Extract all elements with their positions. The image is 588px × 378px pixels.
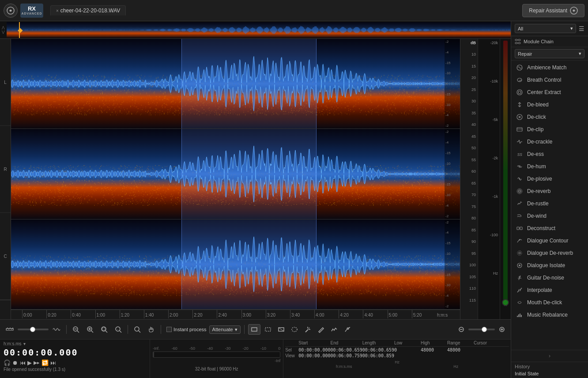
freq-mark-20k: -20k xyxy=(490,41,498,79)
vertical-zoom-slider[interactable] xyxy=(468,329,495,330)
svg-line-17 xyxy=(139,331,140,333)
time-selection-button[interactable] xyxy=(248,324,260,335)
collapse-down-icon[interactable]: ⋁ xyxy=(2,30,5,34)
loop-button[interactable]: 🔁 xyxy=(41,359,49,366)
waves-icon[interactable] xyxy=(50,324,63,335)
zoom-in-button[interactable] xyxy=(84,325,96,334)
sel-start-value: 00:00:00.000 xyxy=(298,348,330,352)
magic-wand-button[interactable] xyxy=(302,325,313,334)
module-item-de-rustle[interactable]: De-rustle xyxy=(511,197,588,210)
record-button[interactable]: ⏺ xyxy=(12,359,18,366)
db-mark-90: 90 xyxy=(460,239,478,251)
ambience-match-label: Ambience Match xyxy=(527,64,566,71)
module-item-de-ess[interactable]: ss De-ess xyxy=(511,148,588,160)
center-extract-label: Center Extract xyxy=(527,89,561,95)
module-item-center-extract[interactable]: Center Extract xyxy=(511,86,588,98)
timefreq-selection-button[interactable] xyxy=(275,325,287,334)
module-item-de-plosive[interactable]: De-plosive xyxy=(511,173,588,185)
module-item-interpolate[interactable]: Interpolate xyxy=(511,284,588,296)
zoom-find-button[interactable] xyxy=(132,325,143,334)
zoom-out-button[interactable] xyxy=(70,325,82,334)
deconstruct-label: Deconstruct xyxy=(527,225,555,231)
freq-selection-button[interactable] xyxy=(262,325,274,334)
db-mark-35: 35 xyxy=(460,111,478,122)
module-item-deconstruct[interactable]: Deconstruct xyxy=(511,222,588,234)
length-col-header: Length xyxy=(362,340,394,345)
module-item-de-hum[interactable]: De-hum xyxy=(511,160,588,173)
module-item-de-bleed[interactable]: De-bleed xyxy=(511,98,588,111)
filter-dropdown[interactable]: All ▾ xyxy=(515,24,576,33)
module-item-de-click[interactable]: De-click xyxy=(511,111,588,123)
brush-tool-button[interactable] xyxy=(315,325,327,334)
module-item-de-clip[interactable]: De-clip xyxy=(511,123,588,136)
svg-rect-59 xyxy=(517,227,519,230)
play-selection-button[interactable]: ▶▸ xyxy=(34,360,40,366)
de-bleed-label: De-bleed xyxy=(527,102,549,108)
collapse-up-icon[interactable]: ⋀ xyxy=(2,26,5,30)
svg-text:−: − xyxy=(117,328,119,331)
expand-icon: › xyxy=(549,353,550,359)
playhead-marker xyxy=(19,22,20,38)
module-item-dialogue-de-reverb[interactable]: Dialogue De-reverb xyxy=(511,247,588,259)
db-mark-40: 40 xyxy=(460,122,478,134)
spectrograms[interactable]: -2-4-15-10∞-15-10-4-2 -2-4-15-10∞-15-10-… xyxy=(11,39,460,319)
waveform-icon[interactable] xyxy=(4,324,16,335)
svg-rect-60 xyxy=(520,227,522,230)
repair-assistant-button[interactable]: Repair Assistant xyxy=(522,4,584,17)
attenuate-dropdown[interactable]: Attenuate ▾ xyxy=(209,325,241,334)
center-extract-icon xyxy=(516,88,524,96)
zoom-select-button[interactable] xyxy=(98,325,110,334)
zoom-minus-vert-button[interactable] xyxy=(456,325,467,334)
waveform-panel: ⋀ ⋁ L R C xyxy=(0,21,511,378)
module-item-dialogue-isolate[interactable]: Dialogue Isolate xyxy=(511,259,588,272)
headphone-button[interactable]: 🎧 xyxy=(4,359,11,366)
ruler-mark-2: 0:40 xyxy=(71,310,95,318)
track-labels: L R C xyxy=(0,39,11,319)
hz-unit: Hz xyxy=(453,364,458,369)
lasso-selection-button[interactable] xyxy=(289,325,300,334)
amplitude-zoom-slider[interactable] xyxy=(18,329,49,330)
freq-mark-2k: -2k xyxy=(492,156,498,194)
selection-tools xyxy=(248,324,353,335)
hand-tool-button[interactable] xyxy=(146,325,157,334)
db-mark-60: 60 xyxy=(460,169,478,181)
module-item-dialogue-contour[interactable]: Dialogue Contour xyxy=(511,234,588,247)
module-item-breath-control[interactable]: Breath Control xyxy=(511,74,588,86)
ruler-mark-11: 3:40 xyxy=(290,310,314,318)
module-item-mouth-de-click[interactable]: Mouth De-click xyxy=(511,296,588,309)
de-bleed-icon xyxy=(516,101,524,109)
module-item-de-crackle[interactable]: De-crackle xyxy=(511,136,588,148)
module-item-de-reverb[interactable]: De-reverb xyxy=(511,185,588,197)
next-button[interactable]: ⏭ xyxy=(50,359,56,366)
envelope-tool-button[interactable] xyxy=(328,325,340,334)
module-item-de-wind[interactable]: De-wind xyxy=(511,210,588,222)
file-tab[interactable]: × cheer-04-22-20-018.WAV xyxy=(50,5,126,15)
zoom-fit-button[interactable]: − xyxy=(113,325,124,334)
prev-button[interactable]: ⏮ xyxy=(20,359,26,366)
overview-waveform[interactable] xyxy=(7,22,511,38)
gain-tool-button[interactable] xyxy=(342,325,353,334)
time-ruler: 0:00 0:20 0:40 1:00 1:20 1:40 2:00 2:20 … xyxy=(11,310,460,319)
zoom-plus-vert-button[interactable] xyxy=(497,325,507,334)
spectrogram-C[interactable]: -2-4-15-10∞-15-10-4-2 xyxy=(11,219,460,310)
de-reverb-label: De-reverb xyxy=(527,188,550,194)
module-list[interactable]: Ambience Match Breath Control Center Ext… xyxy=(511,60,588,350)
time-format-dropdown-icon[interactable]: ▾ xyxy=(23,341,26,346)
module-item-music-rebalance[interactable]: Music Rebalance xyxy=(511,309,588,321)
panel-expand-arrow[interactable]: › xyxy=(511,350,588,362)
svg-rect-19 xyxy=(265,328,271,331)
repair-category-dropdown[interactable]: Repair ▾ xyxy=(515,49,584,58)
module-item-guitar-de-noise[interactable]: Guitar De-noise xyxy=(511,272,588,284)
volume-zoom-right xyxy=(456,325,507,334)
instant-process-checkbox-wrapper[interactable]: Instant process xyxy=(166,327,207,332)
db-mark-115: 115 xyxy=(460,298,478,310)
list-view-button[interactable]: ☰ xyxy=(579,25,584,32)
module-item-ambience-match[interactable]: Ambience Match xyxy=(511,61,588,74)
spectrogram-L[interactable]: -2-4-15-10∞-15-10-4-2 xyxy=(11,39,460,129)
instant-process-checkbox[interactable] xyxy=(166,327,172,332)
separator-2 xyxy=(128,325,128,334)
tab-close-icon[interactable]: × xyxy=(56,8,59,13)
play-button[interactable]: ▶ xyxy=(27,359,32,366)
svg-point-62 xyxy=(519,239,520,241)
spectrogram-R[interactable]: -2-4-15-10∞-15-10-4-2 xyxy=(11,129,460,219)
